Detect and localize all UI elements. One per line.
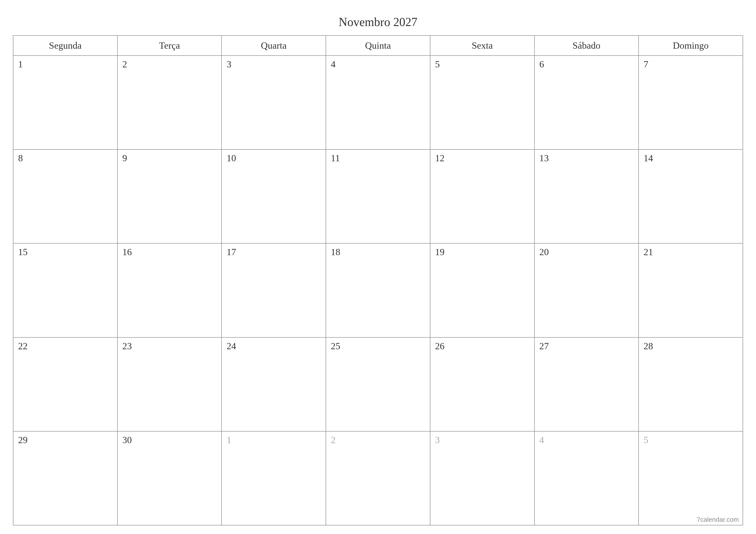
calendar-day-cell: 30 xyxy=(118,431,222,525)
calendar-day-cell: 6 xyxy=(534,56,639,149)
weekday-header: Quinta xyxy=(326,36,430,56)
calendar-week-row: 22 23 24 25 26 27 28 xyxy=(13,338,743,431)
calendar-day-cell: 23 xyxy=(118,338,222,431)
calendar-day-cell: 16 xyxy=(118,243,222,337)
calendar-day-cell: 18 xyxy=(326,243,430,337)
calendar-day-cell: 5 xyxy=(430,56,534,149)
calendar-day-cell: 14 xyxy=(638,149,743,243)
weekday-header: Quarta xyxy=(222,36,326,56)
calendar-day-cell: 22 xyxy=(13,338,118,431)
calendar-day-cell-other-month: 2 xyxy=(326,431,430,525)
calendar-day-cell: 26 xyxy=(430,338,534,431)
calendar-day-cell: 12 xyxy=(430,149,534,243)
calendar-day-cell-other-month: 1 xyxy=(222,431,326,525)
weekday-header: Segunda xyxy=(13,36,118,56)
calendar-day-cell: 3 xyxy=(222,56,326,149)
calendar-day-cell: 28 xyxy=(638,338,743,431)
calendar-day-cell: 10 xyxy=(222,149,326,243)
calendar-day-cell: 21 xyxy=(638,243,743,337)
calendar-day-cell: 15 xyxy=(13,243,118,337)
calendar-day-cell: 19 xyxy=(430,243,534,337)
weekday-header: Sexta xyxy=(430,36,534,56)
calendar-day-cell: 9 xyxy=(118,149,222,243)
calendar-day-cell: 25 xyxy=(326,338,430,431)
calendar-day-cell: 13 xyxy=(534,149,639,243)
calendar-day-cell: 7 xyxy=(638,56,743,149)
calendar-table: Segunda Terça Quarta Quinta Sexta Sábado… xyxy=(13,35,743,525)
calendar-day-cell-other-month: 3 xyxy=(430,431,534,525)
weekday-header: Sábado xyxy=(534,36,639,56)
footer-attribution: 7calendar.com xyxy=(697,516,739,523)
weekday-header-row: Segunda Terça Quarta Quinta Sexta Sábado… xyxy=(13,36,743,56)
calendar-day-cell: 29 xyxy=(13,431,118,525)
calendar-week-row: 29 30 1 2 3 4 5 7calendar.com xyxy=(13,431,743,525)
calendar-day-cell: 1 xyxy=(13,56,118,149)
calendar-title: Novembro 2027 xyxy=(13,15,743,29)
calendar-week-row: 1 2 3 4 5 6 7 xyxy=(13,56,743,149)
calendar-day-cell: 17 xyxy=(222,243,326,337)
calendar-week-row: 8 9 10 11 12 13 14 xyxy=(13,149,743,243)
calendar-day-cell-other-month: 4 xyxy=(534,431,639,525)
calendar-body: 1 2 3 4 5 6 7 8 9 10 11 12 13 14 15 16 1… xyxy=(13,56,743,525)
calendar-day-cell: 27 xyxy=(534,338,639,431)
calendar-day-cell: 8 xyxy=(13,149,118,243)
calendar-day-cell: 11 xyxy=(326,149,430,243)
weekday-header: Terça xyxy=(118,36,222,56)
calendar-week-row: 15 16 17 18 19 20 21 xyxy=(13,243,743,337)
calendar-day-cell: 2 xyxy=(118,56,222,149)
calendar-day-cell: 4 xyxy=(326,56,430,149)
calendar-day-cell: 20 xyxy=(534,243,639,337)
weekday-header: Domingo xyxy=(638,36,743,56)
calendar-day-cell: 24 xyxy=(222,338,326,431)
calendar-day-cell-other-month: 5 7calendar.com xyxy=(638,431,743,525)
